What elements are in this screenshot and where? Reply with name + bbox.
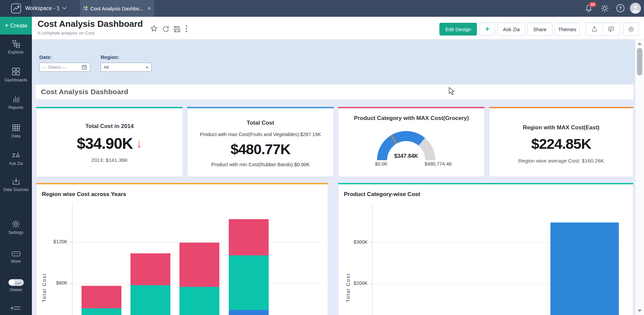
- kpi-title: Region with MAX Cost(East): [489, 124, 633, 131]
- vertical-scrollbar[interactable]: [635, 40, 644, 315]
- plus-icon: +: [5, 22, 9, 29]
- collapse-arrow-icon: [10, 304, 21, 312]
- dropdown-arrow-icon: ▼: [146, 66, 149, 69]
- themes-button[interactable]: Themes: [555, 23, 580, 36]
- tab-close-icon[interactable]: ×: [147, 5, 151, 12]
- kpi-card-region-max-cost: Region with MAX Cost(East) $224.85K Regi…: [489, 108, 633, 177]
- sidebar-collapse-button[interactable]: [10, 304, 21, 312]
- floppy-save-icon: [173, 25, 181, 33]
- trend-down-arrow-icon: ↓: [136, 136, 142, 150]
- notifications-button[interactable]: 15: [584, 4, 594, 13]
- card-accent: [36, 183, 328, 184]
- region-filter-select[interactable]: All ▼: [101, 63, 152, 72]
- scroll-down-arrow-icon[interactable]: [638, 310, 642, 312]
- star-icon: [150, 24, 158, 33]
- ask-zia-button[interactable]: Ask Zia: [497, 23, 525, 36]
- kpi-card-max-cost-gauge: Product Category with MAX Cost(Grocery) …: [338, 108, 485, 177]
- kebab-menu-icon: [185, 25, 187, 33]
- bar-segment[interactable]: [130, 285, 170, 315]
- bar-segment[interactable]: [82, 308, 121, 315]
- sidebar-item-reports[interactable]: Reports: [0, 95, 32, 110]
- bar-segment[interactable]: [229, 310, 269, 315]
- kpi-card-total-cost: Total Cost Product with max Cost(Fruits …: [187, 108, 334, 177]
- tab-title: Cost Analysis Dashbo...: [90, 6, 143, 11]
- region-filter-label: Region:: [101, 54, 119, 60]
- viewer-toggle-state: OFF: [15, 281, 22, 286]
- sidebar-label-data: Data: [0, 134, 32, 139]
- chart-card-product-category-cost: Product Category-wise Cost Total Cost $3…: [338, 184, 633, 315]
- admin-settings-button[interactable]: [600, 4, 609, 13]
- workspace-switcher[interactable]: Workspace - 1: [25, 0, 66, 17]
- kpi-min-line: Product with min Cost(Rubber Bands):$0.0…: [187, 162, 333, 167]
- y-axis-title: Total Cost: [41, 261, 47, 315]
- sidebar-label-explorer: Explorer: [0, 50, 32, 55]
- create-button[interactable]: + Create: [0, 17, 32, 35]
- filter-band: [32, 40, 635, 84]
- svg-text:?: ?: [619, 6, 622, 11]
- reports-bars-icon: [12, 95, 20, 104]
- refresh-button[interactable]: [161, 24, 170, 33]
- explorer-tree-icon: [12, 40, 20, 48]
- dashboard-section-bar: Cost Analysis Dashboard: [36, 84, 633, 99]
- gauge-min-label: $0.00: [368, 161, 394, 167]
- scrollbar-thumb[interactable]: [637, 48, 642, 75]
- calendar-icon[interactable]: [82, 64, 87, 70]
- share-button[interactable]: Share: [527, 23, 552, 36]
- workspace-label: Workspace - 1: [25, 5, 60, 11]
- bar-segment[interactable]: [550, 223, 619, 315]
- sidebar-label-reports: Reports: [0, 105, 32, 110]
- zia-icon: [11, 151, 21, 160]
- bar-segment[interactable]: [229, 255, 269, 310]
- kpi-value: $480.77K: [187, 141, 333, 158]
- help-button[interactable]: ?: [616, 4, 625, 13]
- export-icon: [591, 26, 598, 33]
- bar-segment[interactable]: [229, 219, 269, 255]
- bar-segment[interactable]: [82, 286, 121, 309]
- bar-segment[interactable]: [179, 243, 219, 287]
- notification-count-badge: 15: [589, 2, 596, 7]
- y-tick-label: $80K: [48, 280, 67, 286]
- gauge-value-label: $347.84K: [377, 153, 435, 159]
- comments-button[interactable]: [603, 23, 620, 35]
- sidebar-item-explorer[interactable]: Explorer: [0, 40, 32, 55]
- date-filter-input[interactable]: --- Select ---: [39, 63, 90, 72]
- page-title: Cost Analysis Dashboard: [38, 19, 143, 29]
- refresh-icon: [162, 25, 170, 33]
- region-filter-value: All: [104, 65, 109, 70]
- bar-segment[interactable]: [179, 287, 219, 315]
- card-accent: [338, 107, 485, 108]
- help-icon: ?: [616, 4, 625, 13]
- save-button[interactable]: [172, 24, 181, 33]
- viewer-toggle[interactable]: OFF Viewer: [0, 279, 32, 293]
- card-accent: [338, 183, 633, 184]
- more-options-button[interactable]: [184, 24, 189, 33]
- add-widget-button[interactable]: +: [480, 23, 495, 36]
- sidebar-label-settings: Settings: [0, 230, 32, 235]
- dashboard-tab-icon: [83, 5, 88, 11]
- viewer-toggle-pill[interactable]: OFF: [8, 279, 24, 286]
- kpi-value: $224.85K: [489, 136, 633, 152]
- viewer-toggle-knob: [9, 279, 15, 286]
- sidebar-item-data[interactable]: Data: [0, 123, 32, 139]
- sidebar-item-settings[interactable]: Settings: [0, 219, 32, 235]
- kpi-card-total-cost-2014: Total Cost in 2014 $34.90K↓ 2013: $141.3…: [36, 108, 183, 177]
- sidebar-label-viewer: Viewer: [0, 288, 32, 293]
- sidebar-item-ask-zia[interactable]: Ask Zia: [0, 151, 32, 166]
- favorite-button[interactable]: [150, 24, 158, 33]
- card-accent: [489, 107, 633, 108]
- card-accent: [187, 107, 334, 108]
- avatar[interactable]: [630, 3, 641, 14]
- gear-icon: [628, 26, 635, 33]
- sidebar-item-more[interactable]: More: [0, 251, 32, 264]
- sidebar-item-data-sources[interactable]: Data Sources: [0, 177, 32, 192]
- scroll-up-arrow-icon[interactable]: [638, 43, 642, 45]
- dashboard-settings-button[interactable]: [623, 23, 639, 36]
- tab-cost-analysis-dashboard[interactable]: Cost Analysis Dashbo... ×: [80, 0, 154, 17]
- bar-segment[interactable]: [130, 253, 170, 285]
- export-comment-group: [586, 23, 620, 36]
- edit-design-button[interactable]: Edit Design: [439, 23, 477, 36]
- export-button[interactable]: [586, 23, 603, 35]
- sidebar-item-dashboards[interactable]: Dashboards: [0, 67, 32, 83]
- data-sources-import-icon: [12, 177, 20, 186]
- sidebar-label-data-sources: Data Sources: [0, 187, 32, 192]
